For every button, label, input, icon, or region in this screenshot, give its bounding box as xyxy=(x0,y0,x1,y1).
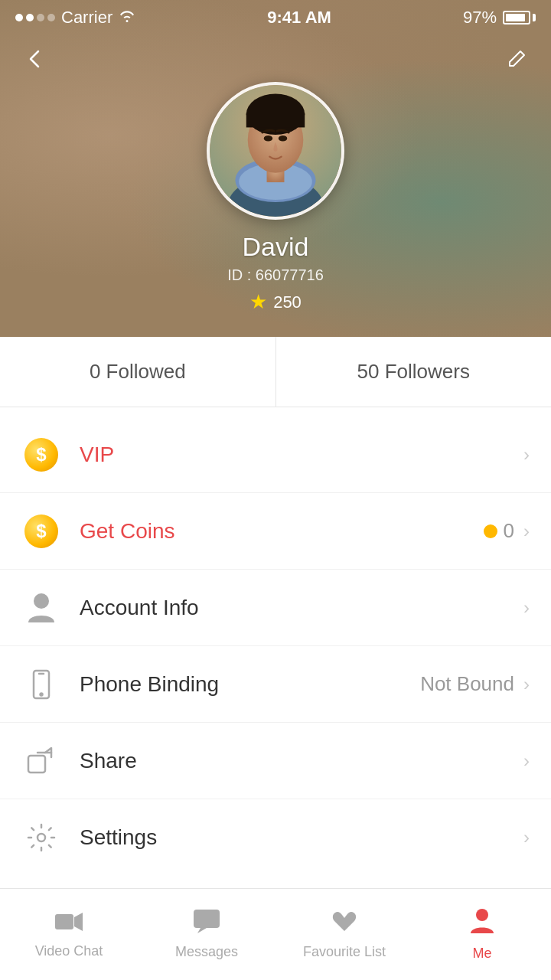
user-name: David xyxy=(243,232,309,262)
status-time: 9:41 AM xyxy=(267,8,331,28)
followed-stat[interactable]: 0 Followed xyxy=(0,337,276,407)
share-icon xyxy=(21,741,61,781)
status-left: Carrier xyxy=(15,8,135,28)
vip-label: VIP xyxy=(80,443,523,467)
signal-indicator xyxy=(15,14,55,21)
coin-dot xyxy=(484,524,497,538)
followers-stat[interactable]: 50 Followers xyxy=(276,337,552,407)
svg-rect-15 xyxy=(28,756,45,773)
wifi-icon xyxy=(119,9,135,27)
menu-item-phone-binding[interactable]: Phone Binding Not Bound › xyxy=(0,646,551,723)
battery-icon xyxy=(503,11,536,24)
tab-item-favourites[interactable]: Favourite List xyxy=(276,889,413,980)
avatar-ring xyxy=(207,82,344,220)
svg-point-11 xyxy=(34,593,49,609)
coins-count: 0 xyxy=(504,519,514,543)
svg-rect-20 xyxy=(194,910,220,928)
coin-icon: $ xyxy=(24,438,58,472)
menu-item-account-info[interactable]: Account Info › xyxy=(0,570,551,646)
account-info-chevron: › xyxy=(523,597,530,619)
menu-item-get-coins[interactable]: $ Get Coins 0 › xyxy=(0,493,551,570)
star-count: 250 xyxy=(273,292,302,312)
edit-button[interactable] xyxy=(500,43,533,80)
svg-marker-19 xyxy=(74,913,83,931)
battery-body xyxy=(503,11,530,24)
menu-item-settings[interactable]: Settings › xyxy=(0,799,551,876)
hero-nav xyxy=(0,42,551,81)
battery-percent: 97% xyxy=(463,8,497,28)
status-bar: Carrier 9:41 AM 97% xyxy=(0,0,551,32)
menu-item-vip[interactable]: $ VIP › xyxy=(0,416,551,493)
phone-binding-icon xyxy=(21,665,61,704)
followed-count: 0 Followed xyxy=(90,360,186,384)
get-coins-label: Get Coins xyxy=(80,519,484,544)
phone-binding-chevron: › xyxy=(523,674,530,695)
share-chevron: › xyxy=(523,750,530,772)
followers-count: 50 Followers xyxy=(357,360,470,384)
star-icon: ★ xyxy=(249,290,267,314)
svg-rect-18 xyxy=(55,914,73,929)
favourites-icon xyxy=(331,909,357,939)
signal-dot-2 xyxy=(26,14,34,21)
settings-label: Settings xyxy=(80,825,523,850)
svg-point-14 xyxy=(41,693,43,695)
get-coins-chevron: › xyxy=(523,521,530,542)
menu-item-share[interactable]: Share › xyxy=(0,723,551,799)
phone-binding-value: Not Bound xyxy=(420,672,514,696)
account-info-icon xyxy=(21,588,61,628)
share-label: Share xyxy=(80,749,523,773)
vip-icon: $ xyxy=(21,435,61,475)
battery-tip xyxy=(533,14,536,21)
signal-dot-1 xyxy=(15,14,23,21)
signal-dot-3 xyxy=(37,14,44,21)
svg-point-9 xyxy=(264,136,272,142)
me-label: Me xyxy=(472,946,491,962)
video-chat-icon xyxy=(54,910,83,939)
menu-list: $ VIP › $ Get Coins 0 › xyxy=(0,416,551,876)
coin-icon-2: $ xyxy=(24,514,58,548)
svg-rect-8 xyxy=(246,113,305,127)
tab-bar: Video Chat Messages Favourite List Me xyxy=(0,888,551,980)
svg-point-22 xyxy=(476,909,488,921)
video-chat-label: Video Chat xyxy=(35,943,103,959)
settings-chevron: › xyxy=(523,827,530,848)
messages-label: Messages xyxy=(175,944,238,960)
status-right: 97% xyxy=(463,8,536,28)
battery-fill xyxy=(506,14,525,21)
carrier-label: Carrier xyxy=(61,8,112,28)
messages-icon xyxy=(193,909,220,939)
vip-chevron: › xyxy=(523,444,530,466)
signal-dot-4 xyxy=(47,14,55,21)
svg-marker-21 xyxy=(197,928,207,933)
tab-item-video-chat[interactable]: Video Chat xyxy=(0,889,138,980)
me-icon xyxy=(469,907,495,941)
back-button[interactable] xyxy=(18,42,52,81)
svg-point-17 xyxy=(37,834,45,841)
phone-binding-label: Phone Binding xyxy=(80,672,420,697)
coins-value: 0 xyxy=(484,519,514,543)
tab-item-messages[interactable]: Messages xyxy=(138,889,276,980)
account-info-label: Account Info xyxy=(80,596,523,620)
favourites-label: Favourite List xyxy=(303,944,386,960)
phone-binding-status: Not Bound xyxy=(420,672,514,696)
stats-row: 0 Followed 50 Followers xyxy=(0,337,551,407)
svg-point-10 xyxy=(279,136,287,142)
tab-item-me[interactable]: Me xyxy=(413,889,551,980)
hero-section: Carrier 9:41 AM 97% xyxy=(0,0,551,337)
user-id: ID : 66077716 xyxy=(227,266,324,284)
get-coins-icon: $ xyxy=(21,511,61,551)
settings-icon xyxy=(21,818,61,858)
avatar xyxy=(207,82,344,220)
user-stars: ★ 250 xyxy=(249,290,302,314)
